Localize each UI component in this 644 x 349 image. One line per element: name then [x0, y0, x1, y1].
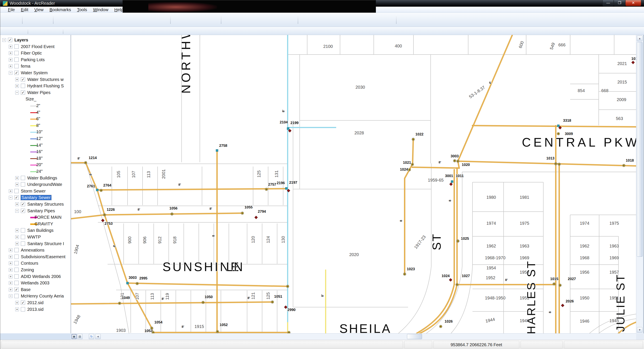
toc-item-adid-wetlands-2006[interactable]: +ADID Wetlands 2006: [0, 274, 71, 280]
toc-item-24-[interactable]: 24": [0, 168, 71, 175]
layer-checkbox[interactable]: [14, 248, 19, 252]
toc-label[interactable]: Sanitary Pipes: [27, 208, 55, 213]
toc-item-20-[interactable]: 20": [0, 162, 71, 168]
menu-view[interactable]: View: [31, 7, 46, 13]
collapse-icon[interactable]: −: [15, 209, 19, 213]
expand-icon[interactable]: +: [9, 58, 12, 62]
toc-label[interactable]: Size_: [26, 96, 36, 102]
toc-label[interactable]: Hydrant Flushing S: [27, 84, 64, 88]
toc-item-12-[interactable]: 12": [0, 136, 71, 142]
toc-item-zoning[interactable]: +Zoning: [0, 267, 71, 274]
toc-item-fiber-optic[interactable]: +Fiber Optic: [0, 50, 71, 57]
toc-label[interactable]: 14": [36, 143, 42, 148]
toc-item-wwtp[interactable]: +WWTP: [0, 234, 71, 240]
layer-checkbox[interactable]: [14, 274, 19, 278]
layer-checkbox[interactable]: [21, 235, 25, 239]
expand-icon[interactable]: +: [15, 242, 19, 246]
expand-icon[interactable]: +: [15, 301, 19, 304]
toc-item-subdivisions-easement[interactable]: +Subdivisions/Easement: [0, 254, 71, 260]
toc-label[interactable]: 12": [36, 136, 42, 141]
layer-checkbox[interactable]: ✓: [14, 70, 19, 75]
toc-label[interactable]: ADID Wetlands 2006: [21, 274, 61, 279]
toc-label[interactable]: 18": [36, 156, 42, 161]
toc-item-2007-flood-event[interactable]: +2007 Flood Event: [0, 44, 71, 50]
layer-checkbox[interactable]: [21, 242, 25, 246]
toc-item-sanitary-pipes[interactable]: −✓Sanitary Pipes: [0, 208, 71, 214]
expand-icon[interactable]: +: [9, 51, 12, 55]
expand-icon[interactable]: +: [15, 84, 19, 88]
map-canvas[interactable]: 2100400666600549203020282020202120152009…: [71, 35, 636, 333]
toc-label[interactable]: Wetlands 2003: [21, 280, 49, 286]
layer-checkbox[interactable]: [21, 176, 25, 180]
layer-checkbox[interactable]: ✓: [14, 195, 19, 200]
toc-item-gravity[interactable]: GRAVITY: [0, 221, 71, 228]
toc-label[interactable]: Parking Lots: [21, 57, 45, 62]
menu-file[interactable]: File: [5, 7, 18, 13]
toc-item-sanitary-structures[interactable]: +✓Sanitary Structures: [0, 201, 71, 208]
layer-checkbox[interactable]: [14, 189, 19, 193]
layer-checkbox[interactable]: [21, 307, 25, 312]
toc-label[interactable]: McHenry County Aeria: [21, 294, 64, 298]
menu-edit[interactable]: Edit: [18, 7, 31, 13]
scroll-up-icon[interactable]: ▲: [637, 36, 642, 41]
toc-label[interactable]: 10": [36, 130, 42, 134]
layer-checkbox[interactable]: ✓: [21, 209, 25, 213]
expand-icon[interactable]: +: [15, 183, 19, 186]
toc-item-water-buildings[interactable]: +Water Buildings: [0, 175, 71, 182]
collapse-icon[interactable]: −: [9, 71, 12, 75]
toc-label[interactable]: Sanitary Structure I: [27, 241, 64, 246]
toc-label[interactable]: 2013.sid: [27, 307, 44, 312]
expand-icon[interactable]: +: [15, 176, 19, 180]
toc-label[interactable]: 6": [36, 116, 40, 121]
toc-label[interactable]: 2007 Flood Event: [21, 44, 54, 49]
data-view-toggle[interactable]: ▣: [72, 334, 77, 339]
toc-label[interactable]: WWTP: [27, 234, 41, 240]
toc-item-size-[interactable]: Size_: [0, 96, 71, 102]
toc-item-storm-sewer[interactable]: +Storm Sewer: [0, 188, 71, 195]
toc-label[interactable]: Water Buildings: [27, 176, 57, 180]
toc-label[interactable]: Sanitary Structures: [27, 202, 64, 207]
expand-icon[interactable]: +: [9, 281, 12, 285]
toc-item-parking-lots[interactable]: +Parking Lots: [0, 57, 71, 63]
maximize-button[interactable]: ❐: [614, 0, 625, 6]
toc-item-water-system[interactable]: −✓Water System: [0, 70, 71, 76]
layer-checkbox[interactable]: [14, 294, 19, 298]
toc-item-water-pipes[interactable]: −✓Water Pipes: [0, 90, 71, 96]
layout-view-toggle[interactable]: ▤: [77, 334, 82, 339]
layer-checkbox[interactable]: [14, 281, 19, 285]
toc-label[interactable]: Water Pipes: [27, 90, 50, 95]
toc-label[interactable]: Water Structures w: [27, 77, 64, 82]
menu-bookmarks[interactable]: Bookmarks: [46, 7, 74, 13]
map-horizontal-scrollbar[interactable]: ◄ ►: [71, 333, 643, 340]
scroll-down-icon[interactable]: ▼: [637, 327, 642, 333]
toc-item-8-[interactable]: 8": [0, 122, 71, 129]
toc-item-2012-sid[interactable]: +✓2012.sid: [0, 300, 71, 306]
toc-item-undergroundwate[interactable]: +UndergroundWate: [0, 182, 71, 188]
toc-item-san-buildings[interactable]: +San Buildings: [0, 228, 71, 234]
toc-item-2013-sid[interactable]: +2013.sid: [0, 306, 71, 313]
toc-item-water-structures-w[interactable]: +✓Water Structures w: [0, 77, 71, 83]
expand-icon[interactable]: +: [9, 64, 12, 68]
expand-icon[interactable]: +: [9, 255, 12, 259]
layer-checkbox[interactable]: ✓: [14, 288, 19, 292]
toc-item-sanitary-sewer[interactable]: −✓Sanitary Sewer: [0, 195, 71, 201]
map-vertical-scrollbar[interactable]: ▲ ▼: [636, 35, 643, 333]
collapse-icon[interactable]: −: [9, 294, 12, 298]
toc-label[interactable]: UndergroundWate: [27, 182, 62, 187]
toc-label[interactable]: 8": [36, 123, 40, 128]
toc-label[interactable]: Subdivisions/Easement: [21, 254, 66, 259]
expand-icon[interactable]: +: [9, 262, 12, 265]
layer-checkbox[interactable]: [14, 64, 19, 68]
expand-icon[interactable]: +: [9, 275, 12, 278]
toc-item-fema[interactable]: +fema: [0, 63, 71, 70]
expand-icon[interactable]: +: [9, 248, 12, 252]
layer-checkbox[interactable]: ✓: [21, 90, 25, 95]
toc-label[interactable]: 24": [36, 169, 42, 174]
toc-label[interactable]: San Buildings: [27, 228, 54, 233]
collapse-icon[interactable]: −: [2, 38, 6, 42]
layer-checkbox[interactable]: ✓: [21, 202, 25, 206]
toc-item-mchenry-county-aeria[interactable]: −McHenry County Aeria: [0, 293, 71, 300]
layer-checkbox[interactable]: ✓: [21, 77, 25, 82]
toc-label[interactable]: Base: [21, 287, 31, 292]
layer-checkbox[interactable]: [14, 51, 19, 55]
